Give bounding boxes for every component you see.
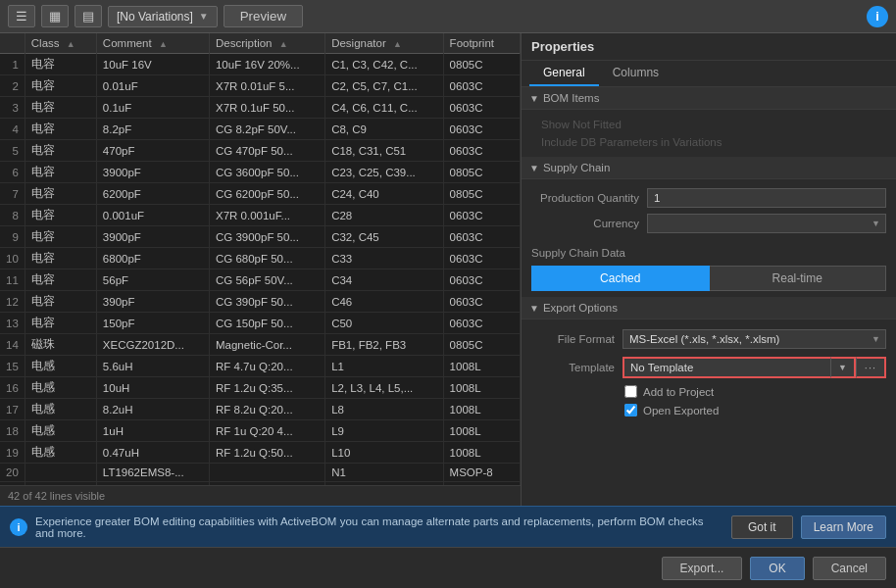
cell-description: RF 1u Q:20 4... <box>209 420 324 442</box>
cell-designator: C50 <box>325 313 443 334</box>
table-row[interactable]: 6 电容 3900pF CG 3600pF 50... C23, C25, C3… <box>0 162 521 183</box>
cell-comment: 3900pF <box>96 226 209 248</box>
cell-description: CG 6200pF 50... <box>209 183 324 205</box>
table-row[interactable]: 14 磁珠 XECGZ2012D... Magnetic-Cor... FB1,… <box>0 334 521 356</box>
add-to-project-row: Add to Project <box>522 382 896 401</box>
export-options-section-header[interactable]: ▼ Export Options <box>522 297 896 319</box>
file-format-select[interactable]: MS-Excel (*.xls, *.xlsx, *.xlsm) <box>622 329 886 349</box>
table-row[interactable]: 12 电容 390pF CG 390pF 50... C46 0603C <box>0 291 521 313</box>
cell-comment: 8.2uH <box>96 399 209 420</box>
table-row[interactable]: 5 电容 470pF CG 470pF 50... C18, C31, C51 … <box>0 140 521 162</box>
chart-icon-button[interactable]: ▤ <box>75 5 102 27</box>
table-row[interactable]: 11 电容 56pF CG 56pF 50V... C34 0603C <box>0 270 521 291</box>
menu-icon-button[interactable]: ☰ <box>8 5 35 27</box>
template-more-button[interactable]: ··· <box>856 357 886 378</box>
ok-button[interactable]: OK <box>750 557 804 580</box>
template-select-wrapper: No Template ▼ ··· <box>622 357 886 378</box>
col-header-comment[interactable]: Comment ▲ <box>96 33 209 54</box>
include-db-params-row: Include DB Parameters in Variations <box>522 133 896 151</box>
supply-chain-section-header[interactable]: ▼ Supply Chain <box>522 157 896 179</box>
cancel-button[interactable]: Cancel <box>813 557 886 580</box>
cached-button[interactable]: Cached <box>531 266 710 291</box>
table-row[interactable]: 15 电感 5.6uH RF 4.7u Q:20... L1 1008L <box>0 356 521 377</box>
info-button[interactable]: i <box>867 6 888 27</box>
realtime-button[interactable]: Real-time <box>710 266 887 291</box>
template-arrow-button[interactable]: ▼ <box>830 357 856 378</box>
cell-description: CG 3600pF 50... <box>209 162 324 183</box>
cell-designator: C24, C40 <box>325 183 443 205</box>
cell-comment: 56pF <box>96 270 209 291</box>
cell-footprint: 0805C <box>443 54 520 75</box>
toolbar: ☰ ▦ ▤ [No Variations] ▼ Preview i <box>0 0 896 33</box>
tab-columns[interactable]: Columns <box>599 61 672 86</box>
production-quantity-row: Production Quantity <box>522 185 896 211</box>
table-panel: Class ▲ Comment ▲ Description ▲ Designat… <box>0 33 522 506</box>
table-row[interactable]: 9 电容 3900pF CG 3900pF 50... C32, C45 060… <box>0 226 521 248</box>
add-to-project-label[interactable]: Add to Project <box>643 386 714 398</box>
production-quantity-input[interactable] <box>647 188 886 208</box>
tab-general[interactable]: General <box>529 61 599 86</box>
currency-select-wrapper: USD EUR CNY <box>647 214 886 233</box>
bom-items-section-header[interactable]: ▼ BOM Items <box>522 87 896 110</box>
cell-designator: C23, C25, C39... <box>325 162 443 183</box>
table-row[interactable]: 18 电感 1uH RF 1u Q:20 4... L9 1008L <box>0 420 521 442</box>
table-row[interactable]: 13 电容 150pF CG 150pF 50... C50 0603C <box>0 313 521 334</box>
table-row[interactable]: 20 LT1962EMS8-... N1 MSOP-8 <box>0 464 521 482</box>
got-it-button[interactable]: Got it <box>731 515 793 539</box>
cell-footprint: 0603C <box>443 140 520 162</box>
cell-comment: 0.1uF <box>96 97 209 119</box>
cell-footprint: 1008L <box>443 399 520 420</box>
variations-dropdown[interactable]: [No Variations] ▼ <box>108 6 218 27</box>
table-row[interactable]: 17 电感 8.2uH RF 8.2u Q:20... L8 1008L <box>0 399 521 420</box>
cell-class <box>25 464 96 482</box>
open-exported-label[interactable]: Open Exported <box>643 405 719 416</box>
cell-class: 电容 <box>25 75 96 97</box>
table-row[interactable]: 2 电容 0.01uF X7R 0.01uF 5... C2, C5, C7, … <box>0 75 521 97</box>
cell-class: 电容 <box>25 97 96 119</box>
cell-description: CG 3900pF 50... <box>209 226 324 248</box>
currency-select[interactable]: USD EUR CNY <box>647 214 886 233</box>
table-row[interactable]: 4 电容 8.2pF CG 8.2pF 50V... C8, C9 0603C <box>0 119 521 140</box>
cell-description: CG 150pF 50... <box>209 313 324 334</box>
col-header-num <box>0 33 25 54</box>
col-header-footprint[interactable]: Footprint <box>443 33 520 54</box>
table-row[interactable]: 8 电容 0.001uF X7R 0.001uF... C28 0603C <box>0 205 521 226</box>
cell-footprint: MSOP-8 <box>443 464 520 482</box>
table-row[interactable]: 7 电容 6200pF CG 6200pF 50... C24, C40 080… <box>0 183 521 205</box>
col-header-designator[interactable]: Designator ▲ <box>325 33 443 54</box>
cell-class: 电感 <box>25 377 96 399</box>
table-row[interactable]: 10 电容 6800pF CG 680pF 50... C33 0603C <box>0 248 521 270</box>
collapse-icon-export: ▼ <box>529 303 539 314</box>
info-bar-icon: i <box>10 518 27 536</box>
cell-designator: C33 <box>325 248 443 270</box>
table-row[interactable]: 1 电容 10uF 16V 10uF 16V 20%... C1, C3, C4… <box>0 54 521 75</box>
cell-num: 3 <box>0 97 25 119</box>
table-row[interactable]: 3 电容 0.1uF X7R 0.1uF 50... C4, C6, C11, … <box>0 97 521 119</box>
learn-more-button[interactable]: Learn More <box>801 515 886 539</box>
add-to-project-checkbox[interactable] <box>624 385 637 398</box>
cell-comment: 6200pF <box>96 183 209 205</box>
export-options-body: File Format MS-Excel (*.xls, *.xlsx, *.x… <box>522 319 896 425</box>
cell-class: 电容 <box>25 162 96 183</box>
export-button[interactable]: Export... <box>662 557 743 580</box>
cell-comment: 5.6uH <box>96 356 209 377</box>
table-body: 1 电容 10uF 16V 10uF 16V 20%... C1, C3, C4… <box>0 54 521 486</box>
action-bar: Export... OK Cancel <box>0 547 896 588</box>
cell-designator: L9 <box>325 420 443 442</box>
preview-button[interactable]: Preview <box>224 5 303 27</box>
table-row[interactable]: 19 电感 0.47uH RF 1.2u Q:50... L10 1008L <box>0 442 521 464</box>
cell-footprint: 0603C <box>443 226 520 248</box>
export-options-label: Export Options <box>543 302 618 314</box>
cell-num: 12 <box>0 291 25 313</box>
col-header-class[interactable]: Class ▲ <box>25 33 96 54</box>
template-select[interactable]: No Template <box>622 357 830 378</box>
main-content: Class ▲ Comment ▲ Description ▲ Designat… <box>0 33 896 506</box>
table-row[interactable]: 16 电感 10uH RF 1.2u Q:35... L2, L3, L4, L… <box>0 377 521 399</box>
cell-footprint: 0603C <box>443 270 520 291</box>
cell-description: CG 680pF 50... <box>209 248 324 270</box>
col-header-description[interactable]: Description ▲ <box>209 33 324 54</box>
cell-class: 电容 <box>25 54 96 75</box>
table-scroll[interactable]: Class ▲ Comment ▲ Description ▲ Designat… <box>0 33 521 485</box>
open-exported-checkbox[interactable] <box>624 404 637 416</box>
grid-icon-button[interactable]: ▦ <box>41 5 69 27</box>
